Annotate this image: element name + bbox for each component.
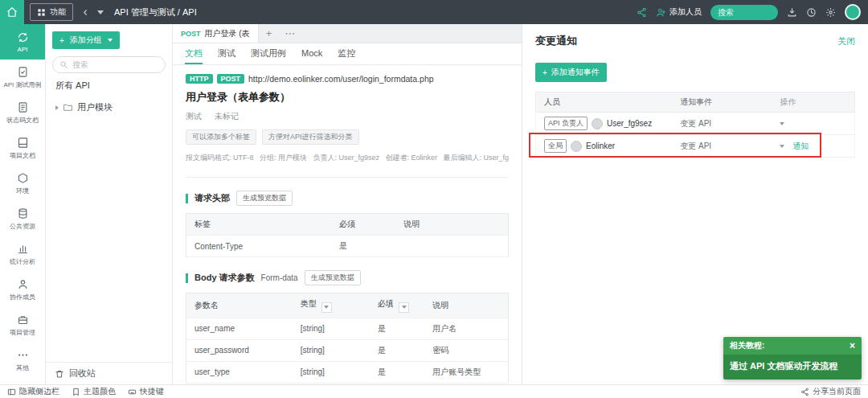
group-search-input[interactable]	[72, 60, 158, 69]
tab-title: 用户登录 (表	[205, 28, 250, 39]
folder-icon	[63, 102, 73, 113]
doc-subtabs: 文档 测试 测试用例 Mock 监控	[173, 43, 522, 65]
feature-menu-button[interactable]: 功能	[30, 3, 73, 21]
toast-message[interactable]: 通过 API 文档驱动开发流程	[723, 355, 862, 380]
share-icon	[800, 388, 809, 396]
trash-icon	[55, 369, 64, 379]
download-icon[interactable]	[787, 7, 797, 18]
shortcuts-button[interactable]: 快捷键	[128, 386, 164, 397]
api-doc-panel: POST 用户登录 (表 + ⋯ 文档 测试 测试用例 Mock 监控 HTTP…	[173, 24, 522, 384]
sidebar-item-other[interactable]: 其他	[0, 343, 45, 378]
module-rail: API API 测试用例 状态码文档 项目文档 环境 公共资源 统计分析 协作	[0, 24, 46, 384]
sidebar-item-members[interactable]: 协作成员	[0, 272, 45, 307]
filter-caret-icon[interactable]	[321, 302, 332, 313]
tag-chip[interactable]: 可以添加多个标签	[186, 129, 256, 145]
request-header-table: 标签 必须 说明 Content-Type 是	[186, 213, 509, 257]
api-tags: 可以添加多个标签 方便对API进行筛选和分类	[186, 129, 509, 145]
section-accent-bar	[186, 194, 188, 203]
notify-row-highlighted[interactable]: 全局 Eolinker 变更 API 通知	[535, 135, 855, 158]
api-icon	[17, 31, 29, 43]
group-item-label: 用户模块	[77, 101, 113, 113]
table-header-row: 标签 必须 说明	[186, 214, 509, 236]
table-row[interactable]: user_type [string] 是 用户账号类型	[186, 361, 509, 383]
member-avatar	[571, 141, 582, 152]
add-notify-event-button[interactable]: + 添加通知事件	[535, 63, 607, 82]
tab-test-case[interactable]: 测试用例	[251, 43, 286, 64]
table-row[interactable]: user_password [string] 是 密码	[186, 339, 509, 361]
new-tab-button[interactable]: +	[259, 24, 280, 43]
sidebar-item-project-doc[interactable]: 项目文档	[0, 130, 45, 166]
table-row[interactable]: Content-Type 是	[186, 236, 509, 257]
tab-overflow-button[interactable]: ⋯	[280, 24, 301, 43]
share-page-button[interactable]: 分享当前页面	[800, 386, 861, 397]
row-expand-caret-icon[interactable]	[780, 122, 784, 125]
change-notify-panel: 变更通知 关闭 + 添加通知事件 人员 通知事件 操作 API 负责人 User…	[522, 24, 868, 384]
sidebar-item-public-resource[interactable]: 公共资源	[0, 201, 45, 236]
history-icon[interactable]	[806, 7, 817, 18]
notify-link[interactable]: 通知	[792, 141, 809, 152]
doc-body: HTTP POST http://demo.eolinker.com/user/…	[173, 65, 522, 384]
share-icon[interactable]	[637, 7, 647, 18]
more-dots-icon	[17, 349, 29, 361]
api-mark[interactable]: 未标记	[215, 111, 239, 122]
role-badge: 全局	[544, 139, 567, 153]
sidebar-item-api-test-case[interactable]: API 测试用例	[0, 59, 45, 95]
row-expand-caret-icon[interactable]	[780, 145, 784, 148]
api-title: 用户登录（表单参数）	[186, 90, 509, 105]
generate-preview-button[interactable]: 生成预览数据	[305, 270, 361, 285]
test-case-icon	[17, 66, 29, 78]
plus-icon: +	[59, 36, 64, 45]
tab-mock[interactable]: Mock	[301, 43, 322, 64]
notify-row[interactable]: API 负责人 User_fg9sez 变更 API	[535, 113, 855, 135]
gear-icon[interactable]	[825, 7, 836, 18]
body-format-label[interactable]: Form-data	[261, 273, 298, 282]
project-switch-caret[interactable]	[97, 10, 104, 14]
section-accent-bar	[186, 273, 188, 283]
api-meta: 报文编码格式: UTF-8 分组: 用户模块 负责人: User_fg9sez …	[186, 153, 509, 163]
all-api-label: 所有 API	[55, 80, 90, 92]
person-add-icon	[656, 7, 666, 18]
tab-api-document[interactable]: POST 用户登录 (表	[173, 24, 259, 43]
tab-test[interactable]: 测试	[218, 43, 235, 64]
user-avatar[interactable]	[845, 4, 861, 20]
topbar-search-input[interactable]	[718, 8, 771, 17]
sidebar-item-api[interactable]: API	[0, 24, 45, 59]
protocol-badge: HTTP	[186, 74, 213, 84]
hide-sidebar-toggle[interactable]: 隐藏侧边栏	[7, 386, 59, 397]
body-params-table: 参数名 类型 必填 说明 user_name [string] 是 用户名 us…	[186, 293, 509, 384]
generate-preview-button[interactable]: 生成预览数据	[236, 191, 293, 206]
recycle-bin-label: 回收站	[69, 367, 96, 380]
add-group-label: 添加分组	[70, 35, 102, 46]
project-doc-icon	[17, 137, 29, 149]
divider	[186, 177, 509, 178]
api-status[interactable]: 测试	[186, 111, 202, 122]
filter-caret-icon[interactable]	[399, 302, 409, 313]
member-avatar	[592, 118, 603, 129]
tab-doc[interactable]: 文档	[185, 43, 203, 64]
caret-down-icon	[108, 39, 113, 42]
all-api-item[interactable]: 所有 API	[52, 73, 166, 95]
back-button[interactable]	[81, 8, 90, 17]
app-root: 功能 API 管理与测试 / API 添加人员	[0, 0, 868, 398]
close-panel-link[interactable]: 关闭	[837, 35, 855, 47]
close-icon[interactable]: ×	[850, 341, 855, 351]
add-group-button[interactable]: + 添加分组	[52, 31, 120, 49]
sidebar-item-environment[interactable]: 环境	[0, 166, 45, 201]
add-member-label: 添加人员	[669, 6, 702, 18]
recycle-bin-item[interactable]: 回收站	[46, 362, 172, 384]
table-row[interactable]: user_name [string] 是 用户名	[186, 318, 509, 339]
add-member-button[interactable]: 添加人员	[656, 6, 702, 18]
group-item-user-module[interactable]: 用户模块	[52, 95, 166, 117]
tab-monitor[interactable]: 监控	[338, 43, 355, 64]
api-url-row: HTTP POST http://demo.eolinker.com/user/…	[186, 74, 509, 84]
sidebar-item-statistics[interactable]: 统计分析	[0, 236, 45, 272]
home-button[interactable]	[0, 0, 24, 24]
theme-color-button[interactable]: 主题颜色	[72, 386, 116, 397]
tag-chip[interactable]: 方便对API进行筛选和分类	[262, 129, 359, 145]
sidebar-item-project-manage[interactable]: 项目管理	[0, 307, 45, 343]
home-icon	[6, 6, 18, 18]
feature-menu-label: 功能	[50, 6, 66, 18]
grid-icon	[37, 8, 46, 17]
nav-controls	[81, 8, 104, 17]
sidebar-item-status-code-doc[interactable]: 状态码文档	[0, 95, 45, 130]
